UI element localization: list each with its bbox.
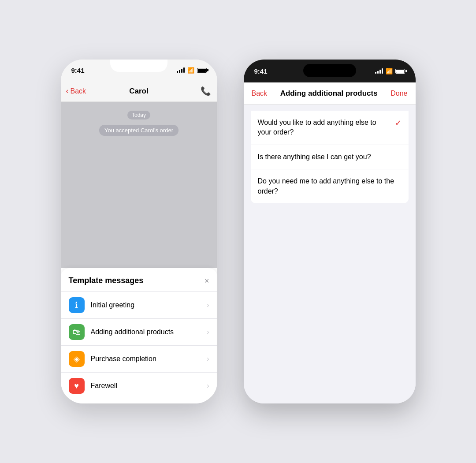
option-row[interactable]: Would you like to add anything else to y… — [251, 111, 409, 145]
option-text: Would you like to add anything else to y… — [258, 118, 390, 138]
back-button[interactable]: ‹ Back — [66, 86, 86, 96]
left-status-icons: 📶 — [177, 67, 207, 74]
contact-name: Carol — [129, 87, 148, 96]
signal-bars-icon — [177, 67, 185, 73]
template-item-chevron-icon: › — [207, 355, 209, 363]
battery-icon — [197, 68, 207, 73]
right-signal-bars-icon — [375, 68, 383, 74]
template-list-item[interactable]: ♥Farewell› — [61, 373, 217, 399]
detail-title: Adding additional products — [280, 89, 378, 98]
template-icon-2: ◈ — [69, 351, 85, 367]
left-notch — [110, 60, 167, 72]
template-panel-title: Template messages — [69, 276, 144, 285]
detail-nav-bar: Back Adding additional products Done — [244, 82, 416, 105]
option-text: Do you need me to add anything else to t… — [258, 176, 402, 196]
left-phone: 9:41 📶 ‹ Back Carol 📞 Today You accepted… — [61, 60, 217, 403]
left-time: 9:41 — [71, 67, 85, 74]
option-row[interactable]: Do you need me to add anything else to t… — [251, 169, 409, 203]
template-item-chevron-icon: › — [207, 382, 209, 390]
options-card: Would you like to add anything else to y… — [251, 111, 409, 203]
template-item-chevron-icon: › — [207, 328, 209, 336]
template-list-item[interactable]: ◈Purchase completion› — [61, 346, 217, 373]
right-wifi-icon: 📶 — [386, 68, 393, 75]
chat-nav-bar: ‹ Back Carol 📞 — [61, 81, 217, 102]
back-chevron-icon: ‹ — [66, 86, 69, 96]
template-list: ℹInitial greeting›🛍Adding additional pro… — [61, 292, 217, 399]
template-icon-0: ℹ — [69, 297, 85, 313]
option-text: Is there anything else I can get you? — [258, 152, 402, 162]
left-status-bar: 9:41 📶 — [61, 60, 217, 81]
detail-back-button[interactable]: Back — [252, 90, 268, 97]
right-status-icons: 📶 — [375, 68, 405, 75]
template-list-item[interactable]: ℹInitial greeting› — [61, 292, 217, 319]
right-phone: 9:41 📶 Back Adding additional products D… — [244, 60, 416, 403]
right-notch — [303, 64, 356, 77]
template-panel: Template messages × ℹInitial greeting›🛍A… — [61, 268, 217, 403]
template-item-label: Farewell — [91, 382, 201, 390]
template-icon-1: 🛍 — [69, 324, 85, 340]
options-content: Would you like to add anything else to y… — [244, 105, 416, 403]
system-message: You accepted Carol's order — [99, 125, 178, 136]
template-item-chevron-icon: › — [207, 301, 209, 309]
template-item-label: Purchase completion — [91, 355, 201, 363]
right-status-bar: 9:41 📶 — [244, 60, 416, 82]
template-list-item[interactable]: 🛍Adding additional products› — [61, 319, 217, 346]
wifi-icon: 📶 — [187, 67, 194, 74]
detail-done-button[interactable]: Done — [390, 90, 407, 97]
phone-call-icon[interactable]: 📞 — [201, 86, 211, 96]
template-icon-3: ♥ — [69, 378, 85, 394]
template-item-label: Adding additional products — [91, 328, 201, 336]
right-battery-icon — [395, 69, 405, 74]
right-time: 9:41 — [254, 67, 268, 75]
back-label: Back — [71, 87, 86, 95]
option-check-icon: ✓ — [395, 118, 402, 128]
chat-area: Today You accepted Carol's order — [61, 102, 217, 268]
template-panel-header: Template messages × — [61, 276, 217, 292]
date-badge: Today — [127, 111, 150, 119]
template-close-button[interactable]: × — [205, 277, 209, 285]
option-row[interactable]: Is there anything else I can get you? — [251, 145, 409, 169]
template-item-label: Initial greeting — [91, 301, 201, 309]
